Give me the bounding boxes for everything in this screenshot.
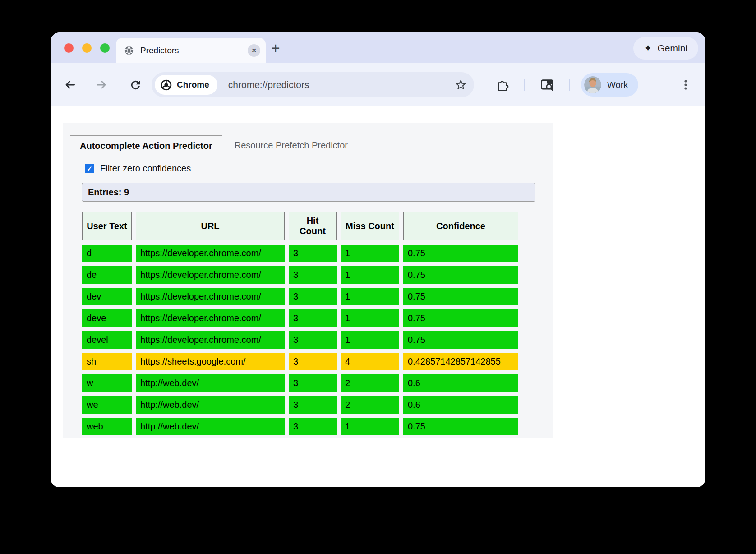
maximize-window-button[interactable]: [100, 43, 110, 53]
cell-user-text: dev: [82, 288, 132, 305]
cell-url: https://sheets.google.com/: [136, 353, 285, 370]
cell-miss-count: 1: [341, 245, 399, 262]
profile-button[interactable]: Work: [581, 73, 638, 97]
cell-confidence: 0.75: [403, 266, 518, 284]
gemini-label: Gemini: [657, 43, 687, 54]
cell-miss-count: 2: [341, 374, 399, 392]
table-row: webhttp://web.dev/310.75: [82, 418, 518, 435]
cell-url: https://developer.chrome.com/: [136, 309, 285, 327]
entries-count: Entries: 9: [82, 183, 535, 202]
gemini-star-icon: ✦: [644, 43, 652, 54]
predictor-table: User TextURLHit CountMiss CountConfidenc…: [78, 208, 522, 439]
cell-url: http://web.dev/: [136, 396, 285, 414]
cell-miss-count: 1: [341, 266, 399, 284]
tab-close-icon[interactable]: ✕: [248, 44, 260, 57]
column-header: URL: [136, 212, 285, 240]
browser-window: Predictors ✕ + ✦ Gemini: [51, 32, 705, 487]
cell-url: https://developer.chrome.com/: [136, 331, 285, 349]
cell-user-text: de: [82, 266, 132, 284]
reload-icon: [129, 78, 142, 92]
chrome-logo-icon: [161, 79, 172, 91]
screen-search-icon: [540, 78, 554, 92]
table-row: devhttps://developer.chrome.com/310.75: [82, 288, 518, 305]
cell-hit-count: 3: [289, 353, 337, 370]
table-row: wehttp://web.dev/320.6: [82, 396, 518, 414]
bookmark-button[interactable]: [455, 79, 467, 91]
filter-row: ✓ Filter zero confidences: [85, 163, 553, 174]
cell-miss-count: 1: [341, 331, 399, 349]
back-arrow-icon: [63, 78, 77, 92]
cell-confidence: 0.75: [403, 245, 518, 262]
cell-url: https://developer.chrome.com/: [136, 245, 285, 262]
column-header: Hit Count: [289, 212, 337, 240]
cell-user-text: d: [82, 245, 132, 262]
cell-miss-count: 1: [341, 418, 399, 435]
cell-confidence: 0.6: [403, 396, 518, 414]
gemini-button[interactable]: ✦ Gemini: [633, 37, 698, 60]
cell-hit-count: 3: [289, 309, 337, 327]
profile-label: Work: [607, 80, 628, 90]
profile-avatar: [584, 76, 601, 93]
url-text[interactable]: chrome://predictors: [228, 79, 309, 90]
table-row: dehttps://developer.chrome.com/310.75: [82, 266, 518, 284]
toolbar-divider: [524, 79, 525, 91]
tab-title: Predictors: [140, 46, 241, 55]
new-tab-button[interactable]: +: [266, 39, 285, 58]
cell-miss-count: 2: [341, 396, 399, 414]
table-row: whttp://web.dev/320.6: [82, 374, 518, 392]
table-row: devehttps://developer.chrome.com/310.75: [82, 309, 518, 327]
tab-autocomplete-action-predictor[interactable]: Autocomplete Action Predictor: [70, 135, 222, 156]
filter-zero-confidences-checkbox[interactable]: ✓: [85, 164, 94, 173]
site-chip-label: Chrome: [177, 80, 209, 90]
table-header-row: User TextURLHit CountMiss CountConfidenc…: [82, 212, 518, 240]
menu-button[interactable]: [678, 77, 693, 92]
cell-confidence: 0.6: [403, 374, 518, 392]
cell-user-text: devel: [82, 331, 132, 349]
column-header: Confidence: [403, 212, 518, 240]
cell-confidence: 0.75: [403, 418, 518, 435]
cell-confidence: 0.75: [403, 288, 518, 305]
table-row: develhttps://developer.chrome.com/310.75: [82, 331, 518, 349]
cell-hit-count: 3: [289, 418, 337, 435]
site-chip[interactable]: Chrome: [155, 75, 217, 95]
page-content: Autocomplete Action Predictor Resource P…: [51, 106, 705, 487]
address-bar[interactable]: Chrome chrome://predictors: [152, 72, 474, 97]
three-dot-menu-icon: [680, 79, 691, 91]
cell-confidence: 0.42857142857142855: [403, 353, 518, 370]
filter-checkbox-label[interactable]: Filter zero confidences: [100, 163, 191, 174]
cell-hit-count: 3: [289, 331, 337, 349]
cell-user-text: w: [82, 374, 132, 392]
reload-button[interactable]: [128, 77, 143, 92]
table-row: dhttps://developer.chrome.com/310.75: [82, 245, 518, 262]
cell-hit-count: 3: [289, 288, 337, 305]
screen-search-button[interactable]: [539, 77, 555, 92]
tab-resource-prefetch-predictor[interactable]: Resource Prefetch Predictor: [222, 135, 360, 156]
back-button[interactable]: [62, 77, 78, 92]
cell-user-text: web: [82, 418, 132, 435]
cell-user-text: deve: [82, 309, 132, 327]
cell-miss-count: 4: [341, 353, 399, 370]
window-controls: [64, 43, 110, 53]
column-header: User Text: [82, 212, 132, 240]
cell-user-text: sh: [82, 353, 132, 370]
cell-url: http://web.dev/: [136, 418, 285, 435]
cell-url: https://developer.chrome.com/: [136, 288, 285, 305]
close-window-button[interactable]: [64, 43, 74, 53]
browser-tab[interactable]: Predictors ✕: [116, 38, 266, 63]
minimize-window-button[interactable]: [82, 43, 92, 53]
globe-favicon-icon: [124, 46, 134, 55]
table-row: shhttps://sheets.google.com/340.42857142…: [82, 353, 518, 370]
forward-arrow-icon: [95, 78, 108, 92]
predictor-tabs: Autocomplete Action Predictor Resource P…: [70, 123, 546, 156]
cell-hit-count: 3: [289, 266, 337, 284]
cell-miss-count: 1: [341, 309, 399, 327]
toolbar-divider: [569, 79, 570, 91]
cell-confidence: 0.75: [403, 331, 518, 349]
cell-url: http://web.dev/: [136, 374, 285, 392]
toolbar: Chrome chrome://predictors: [51, 63, 705, 106]
cell-confidence: 0.75: [403, 309, 518, 327]
extensions-button[interactable]: [494, 77, 510, 92]
column-header: Miss Count: [341, 212, 399, 240]
forward-button[interactable]: [94, 77, 109, 92]
cell-user-text: we: [82, 396, 132, 414]
